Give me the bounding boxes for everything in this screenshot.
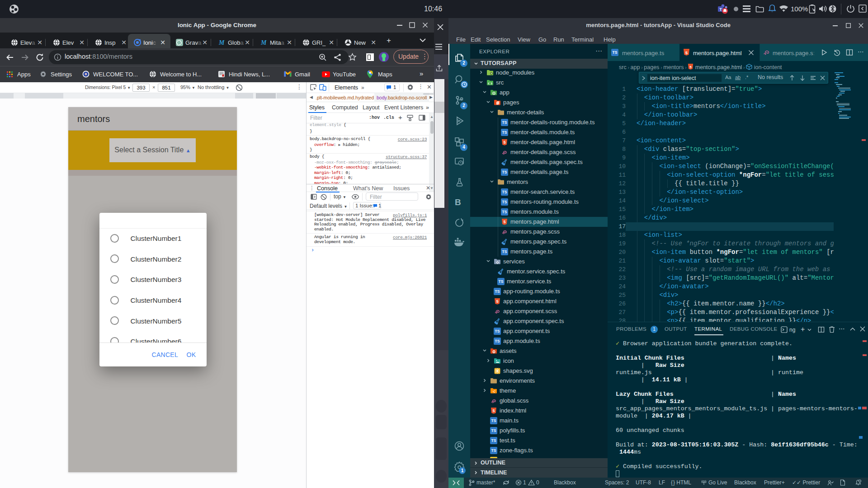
svg-text:M: M (218, 39, 225, 46)
svg-text:5: 5 (685, 51, 688, 55)
svg-text:5: 5 (504, 220, 506, 224)
svg-text:5: 5 (690, 65, 692, 69)
svg-text:5: 5 (493, 408, 495, 413)
svg-text:T: T (719, 7, 722, 12)
svg-text:5: 5 (504, 140, 506, 145)
svg-text:M: M (260, 39, 267, 46)
svg-text:5: 5 (496, 299, 499, 304)
